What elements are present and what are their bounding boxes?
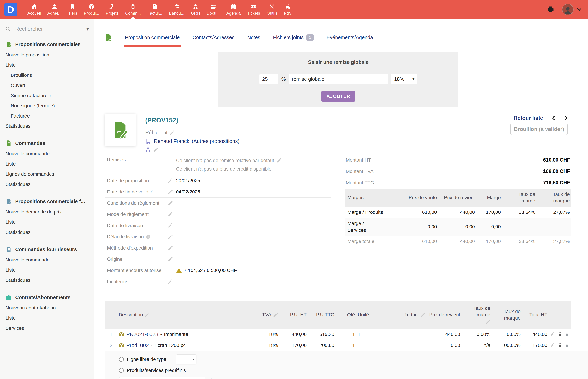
- sidebar-item[interactable]: Services: [5, 326, 88, 331]
- add-discount-button[interactable]: AJOUTER: [321, 91, 356, 102]
- product-ref-link[interactable]: Prod_002: [126, 342, 149, 348]
- customer-link[interactable]: Renaud Franck: [154, 138, 189, 144]
- edit-pencil-icon[interactable]: [168, 212, 173, 217]
- sidebar-item[interactable]: Liste: [5, 62, 88, 68]
- sidebar-item[interactable]: Nouvelle proposition: [5, 52, 88, 58]
- edit-pencil-icon[interactable]: [273, 312, 278, 317]
- print-icon[interactable]: [547, 6, 555, 13]
- edit-pencil-icon[interactable]: [168, 279, 173, 284]
- edit-line-pencil-icon[interactable]: [550, 343, 555, 348]
- user-menu-chevron-down-icon[interactable]: [577, 7, 582, 12]
- drag-grip-icon[interactable]: [566, 332, 570, 337]
- avatar[interactable]: [562, 4, 573, 15]
- free-line-type-select[interactable]: ▾: [176, 354, 196, 364]
- sidebar-item[interactable]: Liste: [5, 219, 88, 225]
- back-to-list-link[interactable]: Retour liste: [514, 115, 543, 121]
- discount-percent-input[interactable]: [259, 74, 278, 84]
- sidebar-item[interactable]: Ouvert: [11, 83, 88, 88]
- sidebar-item[interactable]: Liste: [5, 267, 88, 273]
- product-search-input[interactable]: [119, 377, 205, 379]
- free-line-radio[interactable]: [119, 357, 124, 362]
- drag-grip-icon[interactable]: [566, 343, 570, 348]
- nav-item-outils[interactable]: Outils: [263, 0, 280, 19]
- tools-icon: [269, 3, 275, 10]
- chevron-left-icon[interactable]: [551, 115, 556, 121]
- edit-pencil-icon[interactable]: [485, 319, 490, 325]
- sidebar-item[interactable]: Nouvelle demande de prix: [5, 209, 88, 215]
- amounts-panel: Montant HT 610,00 CHF Montant TVA 109,80…: [345, 154, 571, 188]
- nav-item-tiers[interactable]: Tiers: [65, 0, 80, 19]
- edit-pencil-icon[interactable]: [168, 257, 173, 262]
- discount-description-input[interactable]: [289, 74, 388, 84]
- delete-line-trash-icon[interactable]: [558, 343, 562, 348]
- nav-item-adherents[interactable]: Adhér...: [44, 0, 65, 19]
- line-cell-discount: [386, 344, 427, 346]
- tab-notes[interactable]: Notes: [247, 35, 260, 40]
- edit-pencil-icon[interactable]: [168, 234, 173, 239]
- nav-item-documents[interactable]: Docu...: [203, 0, 223, 19]
- edit-pencil-icon[interactable]: [420, 312, 426, 317]
- documents-icon: [210, 3, 216, 10]
- sidebar-item[interactable]: Statistiques: [5, 123, 88, 129]
- sidebar-item[interactable]: Liste: [5, 315, 88, 321]
- dolibarr-logo[interactable]: D: [4, 3, 17, 16]
- sidebar-item[interactable]: Nouvelle commande: [5, 151, 88, 157]
- nav-item-tickets[interactable]: Tickets: [244, 0, 263, 19]
- sidebar-item[interactable]: Nouvelle commande: [5, 257, 88, 263]
- sidebar-section-propositions: Propositions commerciales Nouvelle propo…: [5, 36, 89, 135]
- product-ref-link[interactable]: PR2021-0023: [126, 331, 158, 337]
- edit-pencil-icon[interactable]: [168, 178, 173, 183]
- chevron-right-icon[interactable]: [563, 115, 568, 121]
- nav-item-grh[interactable]: GRH: [187, 0, 203, 19]
- tab-fichiers-joints[interactable]: Fichiers joints1: [273, 34, 314, 41]
- edit-pencil-icon[interactable]: [170, 130, 175, 135]
- nav-item-facturation[interactable]: $ Factur...: [144, 0, 166, 19]
- nav-item-produits[interactable]: Produi...: [81, 0, 103, 19]
- nav-item-accueil[interactable]: Accueil: [24, 0, 44, 19]
- other-proposals-link[interactable]: (Autres propositions): [192, 138, 239, 144]
- edit-pencil-icon[interactable]: [276, 158, 281, 163]
- edit-line-pencil-icon[interactable]: [550, 332, 555, 337]
- user-menu[interactable]: [562, 4, 582, 15]
- nav-item-commerce[interactable]: Comm...: [122, 0, 144, 19]
- discount-vat-select[interactable]: 18% ▾: [391, 74, 417, 84]
- edit-pencil-icon[interactable]: [168, 201, 173, 206]
- nav-item-projets[interactable]: Projets: [103, 0, 122, 19]
- nav-item-pdv[interactable]: PdV: [280, 0, 295, 19]
- tab-contacts-adresses[interactable]: Contacts/Adresses: [193, 35, 234, 40]
- nav-item-banques[interactable]: Banqu...: [166, 0, 187, 19]
- sidebar-item[interactable]: Brouillons: [11, 73, 88, 78]
- tab-evenements-agenda[interactable]: Événements/Agenda: [327, 35, 373, 40]
- predefined-radio[interactable]: [119, 368, 124, 373]
- sidebar-section-header[interactable]: Propositions commerciales: [5, 41, 88, 47]
- sidebar-item[interactable]: Statistiques: [5, 278, 88, 283]
- sidebar-item[interactable]: Statistiques: [5, 230, 88, 235]
- sidebar-item[interactable]: Signée (à facturer): [11, 93, 88, 98]
- edit-pencil-icon[interactable]: [168, 245, 173, 251]
- line-cell-qty: 1: [336, 342, 356, 349]
- sidebar-item[interactable]: Non signée (fermée): [11, 103, 88, 109]
- edit-pencil-icon[interactable]: [168, 189, 173, 194]
- sidebar-section-header[interactable]: Propositions commerciale f...: [5, 198, 88, 205]
- add-plus-circle-icon[interactable]: [208, 378, 216, 379]
- search-input[interactable]: [15, 26, 86, 32]
- sidebar-item[interactable]: Facturée: [11, 113, 88, 119]
- edit-pencil-icon[interactable]: [153, 147, 158, 152]
- sidebar-item[interactable]: Lignes de commandes: [5, 171, 88, 177]
- edit-pencil-icon[interactable]: [168, 223, 173, 228]
- sidebar-section-header[interactable]: Commandes: [5, 140, 88, 146]
- thirdparties-icon: [70, 3, 76, 10]
- sidebar-section-header[interactable]: Commandes fournisseurs: [5, 246, 88, 253]
- delete-line-trash-icon[interactable]: [558, 332, 562, 337]
- sidebar-item[interactable]: Liste: [5, 161, 88, 167]
- tab-proposition-commerciale[interactable]: Proposition commerciale: [125, 35, 180, 40]
- info-icon: [146, 234, 151, 239]
- sidebar-section-header[interactable]: Contrats/Abonnements: [5, 294, 88, 300]
- sidebar-item[interactable]: Statistiques: [5, 182, 88, 187]
- sidebar-item[interactable]: Nouveau contrat/abonn.: [5, 305, 88, 311]
- search-caret-down-icon[interactable]: ▾: [86, 26, 89, 32]
- line-cell-puttc: 200,60: [308, 342, 336, 349]
- nav-item-agenda[interactable]: Agenda: [223, 0, 244, 19]
- edit-pencil-icon[interactable]: [145, 312, 150, 317]
- margins-header-row: Marges Prix de vente Prix de revient Mar…: [345, 189, 571, 206]
